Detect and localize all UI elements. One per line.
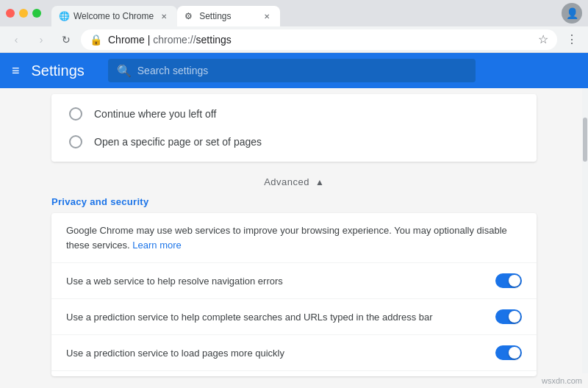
setting-row-0: Use a web service to help resolve naviga… [51, 263, 537, 299]
toggle-thumb-1 [509, 311, 520, 323]
tab1-title: Welcome to Chrome [74, 11, 154, 21]
search-placeholder: Search settings [137, 65, 209, 76]
startup-options-card: Continue where you left off Open a speci… [51, 94, 537, 162]
advanced-toggle[interactable]: Advanced ▲ [264, 176, 324, 187]
tab1-favicon-icon: 🌐 [59, 11, 69, 21]
tab-welcome-chrome[interactable]: 🌐 Welcome to Chrome ✕ [51, 6, 177, 26]
profile-avatar[interactable]: 👤 [562, 3, 582, 24]
search-settings-box[interactable]: 🔍 Search settings [108, 59, 476, 82]
search-icon: 🔍 [117, 64, 132, 78]
tab2-title: Settings [199, 11, 257, 21]
radio-label-specific: Open a specific page or set of pages [94, 136, 262, 148]
close-button[interactable] [6, 9, 15, 18]
setting-label-0: Use a web service to help resolve naviga… [66, 276, 484, 287]
privacy-card: Google Chrome may use web services to im… [51, 213, 537, 376]
chrome-menu-button[interactable]: ⋮ [562, 29, 582, 50]
radio-item-specific-page[interactable]: Open a specific page or set of pages [51, 128, 537, 156]
tabs-area: 🌐 Welcome to Chrome ✕ ⚙ Settings ✕ [51, 0, 557, 26]
window-controls: 👤 [562, 3, 582, 24]
setting-row-2: Use a prediction service to load pages m… [51, 335, 537, 371]
forward-button[interactable]: › [31, 29, 51, 50]
watermark: wsxdn.com [542, 376, 582, 385]
setting-label-2: Use a prediction service to load pages m… [66, 348, 484, 359]
radio-label-continue: Continue where you left off [94, 108, 216, 120]
toggle-2[interactable] [495, 345, 522, 360]
address-path: settings [196, 34, 232, 46]
address-text: Chrome | chrome://settings [108, 34, 232, 46]
minimize-button[interactable] [19, 9, 28, 18]
address-bar: ‹ › ↻ 🔒 Chrome | chrome://settings ☆ ⋮ [0, 26, 588, 53]
tab1-close-icon[interactable]: ✕ [158, 10, 170, 22]
setting-label-1: Use a prediction service to help complet… [66, 312, 484, 323]
scrollbar[interactable] [582, 88, 588, 373]
privacy-info-block: Google Chrome may use web services to im… [51, 213, 537, 263]
radio-circle-continue [69, 107, 82, 121]
privacy-section-title: Privacy and security [51, 196, 537, 207]
toggle-thumb-2 [509, 347, 520, 359]
toggle-thumb-0 [509, 275, 520, 287]
advanced-label: Advanced [264, 176, 309, 187]
address-separator: | [148, 34, 151, 46]
title-bar: 🌐 Welcome to Chrome ✕ ⚙ Settings ✕ 👤 [0, 0, 588, 26]
address-host: Chrome [108, 34, 145, 46]
toggle-1[interactable] [495, 309, 522, 324]
tab2-close-icon[interactable]: ✕ [261, 10, 273, 22]
tab-settings[interactable]: ⚙ Settings ✕ [177, 6, 280, 26]
address-protocol: chrome:// [153, 34, 196, 46]
advanced-chevron-icon: ▲ [315, 177, 324, 187]
hamburger-icon[interactable]: ≡ [12, 63, 20, 79]
radio-circle-specific [69, 135, 82, 148]
radio-item-continue[interactable]: Continue where you left off [51, 100, 537, 128]
tab2-favicon-icon: ⚙ [184, 11, 195, 21]
maximize-button[interactable] [32, 9, 41, 18]
back-button[interactable]: ‹ [6, 29, 26, 50]
learn-more-link[interactable]: Learn more [132, 240, 181, 251]
setting-row-3: Automatically send some system informati… [51, 371, 537, 376]
settings-header: ≡ Settings 🔍 Search settings [0, 53, 588, 88]
secure-icon: 🔒 [90, 34, 102, 46]
address-input[interactable]: 🔒 Chrome | chrome://settings ☆ [81, 29, 557, 50]
bookmark-icon[interactable]: ☆ [538, 32, 548, 46]
main-content: Continue where you left off Open a speci… [0, 88, 588, 388]
scroll-thumb [583, 118, 587, 162]
toggle-0[interactable] [495, 273, 522, 288]
refresh-button[interactable]: ↻ [56, 29, 76, 50]
settings-title: Settings [32, 62, 85, 79]
traffic-lights [6, 9, 41, 18]
setting-row-1: Use a prediction service to help complet… [51, 299, 537, 335]
